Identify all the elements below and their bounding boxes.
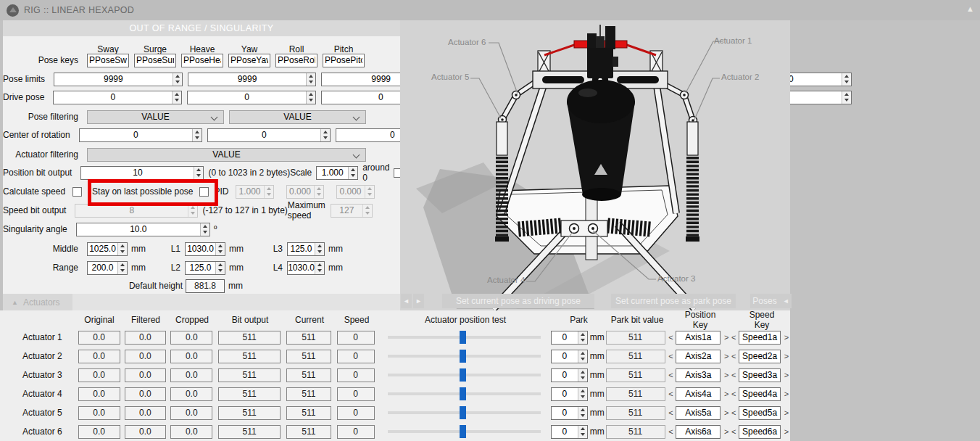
position-test-slider-handle[interactable] [460, 406, 466, 419]
pose-key-yaw-input[interactable] [228, 54, 270, 67]
nav-next-button[interactable]: ► [413, 294, 424, 308]
spin-down[interactable] [315, 268, 324, 274]
stay-on-last-pose-checkbox[interactable] [199, 187, 209, 197]
speed-key-next-button[interactable]: > [783, 333, 790, 342]
spin-down[interactable] [173, 97, 181, 104]
position-key-next-button[interactable]: > [723, 390, 730, 398]
spin-down[interactable] [578, 356, 587, 363]
spin-down[interactable] [216, 268, 225, 274]
collapse-panel-icon[interactable]: ▲ [966, 4, 974, 13]
speed-key-input[interactable] [739, 406, 781, 420]
spin-down[interactable] [315, 191, 323, 198]
pose-key-surge-input[interactable] [134, 54, 176, 67]
position-key-next-button[interactable]: > [723, 427, 730, 436]
position-test-slider[interactable] [388, 330, 541, 345]
position-test-slider[interactable] [388, 387, 541, 401]
spin-up[interactable] [842, 91, 851, 98]
spin-up[interactable] [578, 407, 587, 413]
speed-key-input[interactable] [739, 425, 781, 439]
position-key-next-button[interactable]: > [723, 408, 730, 417]
spin-down[interactable] [349, 173, 357, 179]
position-key-input[interactable] [676, 350, 721, 363]
spin-up[interactable] [265, 186, 273, 192]
pose-filtering-dropdown-2[interactable]: VALUE [229, 110, 366, 124]
position-key-next-button[interactable]: > [723, 352, 730, 360]
drive-pose-sway-stepper[interactable] [53, 91, 182, 104]
spin-up[interactable] [578, 331, 587, 338]
spin-down[interactable] [307, 79, 315, 86]
l3-stepper[interactable] [287, 242, 325, 256]
position-key-next-button[interactable]: > [723, 371, 730, 379]
calculate-speed-checkbox[interactable] [72, 187, 82, 197]
position-key-input[interactable] [676, 406, 721, 420]
speed-key-prev-button[interactable]: < [730, 352, 737, 360]
spin-down[interactable] [365, 191, 374, 198]
spin-down[interactable] [173, 79, 182, 86]
spin-up[interactable] [315, 243, 324, 250]
spin-down[interactable] [265, 191, 273, 198]
park-stepper[interactable] [551, 331, 588, 345]
park-stepper[interactable] [551, 425, 588, 439]
poses-button[interactable]: Poses ◄ [750, 294, 792, 308]
spin-up[interactable] [315, 186, 323, 192]
spin-up[interactable] [118, 243, 127, 250]
pose-key-roll-input[interactable] [275, 54, 317, 67]
spin-up[interactable] [307, 73, 315, 80]
speed-key-next-button[interactable]: > [783, 352, 790, 360]
position-test-slider-handle[interactable] [460, 350, 466, 363]
spin-up[interactable] [173, 91, 181, 98]
spin-up[interactable] [842, 73, 851, 80]
position-key-prev-button[interactable]: < [668, 408, 675, 417]
park-stepper[interactable] [551, 368, 588, 382]
position-test-slider-handle[interactable] [460, 387, 466, 400]
spin-down[interactable] [578, 375, 587, 382]
position-key-prev-button[interactable]: < [668, 371, 675, 379]
speed-key-next-button[interactable]: > [783, 371, 790, 379]
spin-down[interactable] [307, 97, 315, 104]
speed-key-prev-button[interactable]: < [730, 333, 737, 342]
spin-up[interactable] [578, 426, 587, 432]
position-key-prev-button[interactable]: < [668, 352, 675, 360]
position-bit-stepper[interactable] [80, 166, 204, 180]
spin-down[interactable] [216, 249, 225, 255]
drive-pose-surge-stepper[interactable] [187, 91, 316, 104]
l2-stepper[interactable] [185, 261, 225, 275]
speed-key-input[interactable] [739, 387, 781, 401]
spin-up[interactable] [315, 262, 324, 268]
speed-key-input[interactable] [739, 368, 781, 382]
spin-up[interactable] [194, 167, 203, 173]
position-key-input[interactable] [676, 425, 721, 439]
position-key-input[interactable] [676, 331, 721, 345]
set-driving-pose-button[interactable]: Set current pose as driving pose [442, 294, 594, 308]
speed-key-prev-button[interactable]: < [730, 408, 737, 417]
spin-down[interactable] [321, 135, 330, 141]
spin-up[interactable] [365, 186, 374, 192]
spin-down[interactable] [842, 79, 851, 86]
park-stepper[interactable] [551, 387, 588, 401]
tab-actuators[interactable]: ▲ Actuators [3, 294, 72, 310]
pose-filtering-dropdown-1[interactable]: VALUE [87, 110, 224, 124]
pose-limit-surge-stepper[interactable] [188, 73, 317, 86]
spin-up[interactable] [578, 350, 587, 357]
speed-key-prev-button[interactable]: < [730, 371, 737, 379]
spin-up[interactable] [193, 129, 202, 136]
pid-d-stepper[interactable] [336, 185, 375, 199]
speed-key-input[interactable] [739, 331, 781, 345]
pose-limit-sway-stepper[interactable] [54, 73, 183, 86]
spin-down[interactable] [578, 337, 587, 344]
position-test-slider[interactable] [388, 424, 541, 439]
scale-stepper[interactable] [316, 166, 358, 180]
spin-down[interactable] [363, 210, 372, 217]
spin-up[interactable] [118, 262, 127, 268]
pid-p-stepper[interactable] [236, 185, 274, 199]
spin-up[interactable] [307, 91, 315, 98]
pid-i-stepper[interactable] [286, 185, 324, 199]
spin-down[interactable] [188, 210, 197, 217]
spin-up[interactable] [578, 388, 587, 395]
l4-stepper[interactable] [287, 261, 325, 275]
spin-up[interactable] [216, 243, 225, 250]
actuator-filtering-dropdown[interactable]: VALUE [87, 148, 366, 162]
spin-up[interactable] [188, 205, 197, 211]
center-x-stepper[interactable] [79, 128, 202, 142]
spin-up[interactable] [578, 369, 587, 376]
